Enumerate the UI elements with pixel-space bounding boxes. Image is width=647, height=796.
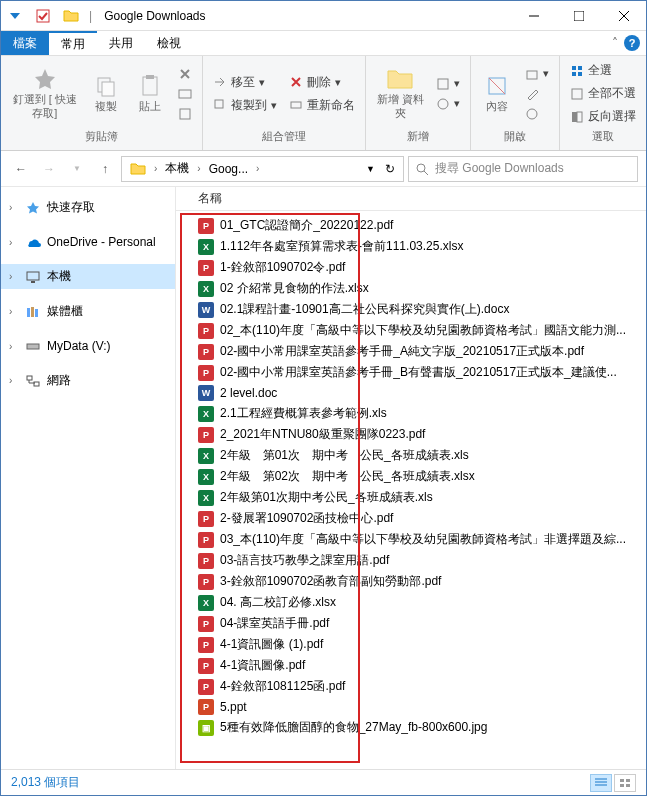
- tab-view[interactable]: 檢視: [145, 31, 193, 55]
- doc-icon: W: [198, 385, 214, 401]
- select-all-button[interactable]: 全選: [566, 60, 640, 81]
- file-row[interactable]: P5.ppt: [176, 697, 646, 717]
- file-row[interactable]: P03_本(110)年度「高級中等以下學校及幼兒園教師資格考試」非選擇題及綜..…: [176, 529, 646, 550]
- recent-dropdown[interactable]: ▼: [65, 157, 89, 181]
- svg-rect-21: [577, 112, 582, 122]
- new-folder-button[interactable]: 新增 資料夾: [372, 65, 428, 121]
- breadcrumb-pc[interactable]: 本機: [161, 157, 193, 181]
- file-row[interactable]: X2年級第01次期中考公民_各班成績表.xls: [176, 487, 646, 508]
- file-row[interactable]: X2年級 第02次 期中考 公民_各班成績表.xlsx: [176, 466, 646, 487]
- file-row[interactable]: P2-發展署1090702函技檢中心.pdf: [176, 508, 646, 529]
- file-row[interactable]: P03-語言技巧教學之課室用語.pdf: [176, 550, 646, 571]
- minimize-button[interactable]: [511, 1, 556, 30]
- delete-button[interactable]: 刪除 ▾: [285, 72, 359, 93]
- chevron-right-icon[interactable]: ›: [254, 163, 261, 174]
- select-none-button[interactable]: 全部不選: [566, 83, 640, 104]
- dropdown-icon[interactable]: ▼: [362, 157, 379, 181]
- new-item-button[interactable]: ▾: [432, 75, 464, 93]
- file-row[interactable]: P1-銓敘部1090702令.pdf: [176, 257, 646, 278]
- copy-to-button[interactable]: 複製到 ▾: [209, 95, 281, 116]
- maximize-button[interactable]: [556, 1, 601, 30]
- group-new-label: 新增: [372, 127, 464, 146]
- pdf-icon: P: [198, 658, 214, 674]
- ppt-icon: P: [198, 699, 214, 715]
- file-name: 4-銓敘部1081125函.pdf: [220, 678, 345, 695]
- chevron-right-icon[interactable]: ›: [195, 163, 202, 174]
- sidebar-item-onedrive[interactable]: ›OneDrive - Personal: [1, 230, 175, 254]
- tab-home[interactable]: 常用: [49, 31, 97, 55]
- file-name: 3-銓敘部1090702函教育部副知勞動部.pdf: [220, 573, 441, 590]
- sidebar-item-libraries[interactable]: ›媒體櫃: [1, 299, 175, 324]
- sidebar-item-mydata[interactable]: ›MyData (V:): [1, 334, 175, 358]
- close-button[interactable]: [601, 1, 646, 30]
- svg-rect-33: [620, 784, 624, 787]
- svg-rect-17: [572, 72, 576, 76]
- history-button[interactable]: [521, 105, 553, 123]
- help-icon[interactable]: ?: [624, 35, 640, 51]
- down-arrow-icon[interactable]: [5, 6, 25, 26]
- paste-button[interactable]: 貼上: [130, 72, 170, 115]
- file-row[interactable]: P04-課室英語手冊.pdf: [176, 613, 646, 634]
- tab-file[interactable]: 檔案: [1, 31, 49, 55]
- chevron-up-icon[interactable]: ˄: [612, 36, 618, 50]
- file-row[interactable]: P02-國中小常用課室英語參考手冊_B有聲書版_20210517正式版本_建議使…: [176, 362, 646, 383]
- file-row[interactable]: P4-銓敘部1081125函.pdf: [176, 676, 646, 697]
- properties-button[interactable]: 內容: [477, 72, 517, 115]
- svg-point-14: [527, 109, 537, 119]
- svg-rect-19: [572, 89, 582, 99]
- copy-button[interactable]: 複製: [86, 72, 126, 115]
- cut-button[interactable]: [174, 65, 196, 83]
- file-row[interactable]: P02-國中小常用課室英語參考手冊_A純文字版_20210517正式版本.pdf: [176, 341, 646, 362]
- forward-button[interactable]: →: [37, 157, 61, 181]
- status-bar: 2,013 個項目: [1, 769, 646, 795]
- tab-share[interactable]: 共用: [97, 31, 145, 55]
- back-button[interactable]: ←: [9, 157, 33, 181]
- file-row[interactable]: X2.1工程經費概算表參考範例.xls: [176, 403, 646, 424]
- search-input[interactable]: 搜尋 Google Downloads: [408, 156, 638, 182]
- file-row[interactable]: ▣5種有效降低膽固醇的食物_27May_fb-800x600.jpg: [176, 717, 646, 738]
- refresh-button[interactable]: ↻: [381, 157, 399, 181]
- file-row[interactable]: X04. 高二校訂必修.xlsx: [176, 592, 646, 613]
- file-row[interactable]: P3-銓敘部1090702函教育部副知勞動部.pdf: [176, 571, 646, 592]
- file-row[interactable]: P4-1資訊圖像.pdf: [176, 655, 646, 676]
- move-to-button[interactable]: 移至 ▾: [209, 72, 281, 93]
- sidebar-item-pc[interactable]: ›本機: [1, 264, 175, 289]
- icons-view-button[interactable]: [614, 774, 636, 792]
- xls-icon: X: [198, 448, 214, 464]
- details-view-button[interactable]: [590, 774, 612, 792]
- column-header-name[interactable]: 名稱: [176, 187, 646, 211]
- up-button[interactable]: ↑: [93, 157, 117, 181]
- checkbox-icon[interactable]: [33, 6, 53, 26]
- rename-button[interactable]: 重新命名: [285, 95, 359, 116]
- docx-icon: W: [198, 302, 214, 318]
- sidebar-item-network[interactable]: ›網路: [1, 368, 175, 393]
- open-button[interactable]: ▾: [521, 65, 553, 83]
- file-row[interactable]: X2年級 第01次 期中考 公民_各班成績表.xls: [176, 445, 646, 466]
- svg-rect-8: [215, 100, 223, 108]
- file-row[interactable]: P01_GTC認證簡介_20220122.pdf: [176, 215, 646, 236]
- edit-button[interactable]: [521, 85, 553, 103]
- xls-icon: X: [198, 406, 214, 422]
- folder-icon: [61, 6, 81, 26]
- file-row[interactable]: P02_本(110)年度「高級中等以下學校及幼兒園教師資格考試」國語文能力測..…: [176, 320, 646, 341]
- breadcrumb[interactable]: › 本機 › Goog... › ▼ ↻: [121, 156, 404, 182]
- svg-rect-13: [527, 71, 537, 79]
- invert-selection-button[interactable]: 反向選擇: [566, 106, 640, 127]
- chevron-right-icon[interactable]: ›: [152, 163, 159, 174]
- file-row[interactable]: W02.1課程計畫-10901高二社公民科探究與實作(上).docx: [176, 299, 646, 320]
- file-list: P01_GTC認證簡介_20220122.pdfX1.112年各處室預算需求表-…: [176, 211, 646, 769]
- file-row[interactable]: X1.112年各處室預算需求表-會前111.03.25.xlsx: [176, 236, 646, 257]
- file-name: 4-1資訊圖像 (1).pdf: [220, 636, 323, 653]
- breadcrumb-folder[interactable]: Goog...: [205, 157, 252, 181]
- file-name: 02-國中小常用課室英語參考手冊_B有聲書版_20210517正式版本_建議使.…: [220, 364, 617, 381]
- easy-access-button[interactable]: ▾: [432, 95, 464, 113]
- copy-path-button[interactable]: [174, 85, 196, 103]
- pin-button[interactable]: 釘選到 [ 快速存取]: [7, 65, 82, 121]
- file-row[interactable]: X02 介紹常見食物的作法.xlsx: [176, 278, 646, 299]
- sidebar-item-quick-access[interactable]: ›快速存取: [1, 195, 175, 220]
- paste-shortcut-button[interactable]: [174, 105, 196, 123]
- file-row[interactable]: W2 level.doc: [176, 383, 646, 403]
- file-row[interactable]: P2_2021年NTNU80級重聚團隊0223.pdf: [176, 424, 646, 445]
- file-row[interactable]: P4-1資訊圖像 (1).pdf: [176, 634, 646, 655]
- file-name: 2_2021年NTNU80級重聚團隊0223.pdf: [220, 426, 425, 443]
